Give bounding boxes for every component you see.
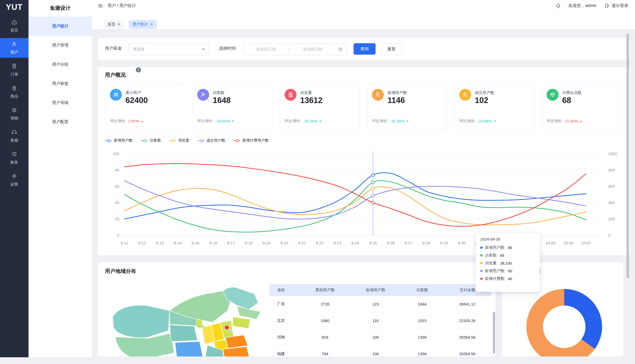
submenu-item-1[interactable]: 用户管理	[29, 36, 92, 55]
tab-0[interactable]: 首页×	[104, 20, 124, 29]
svg-text:40: 40	[115, 200, 119, 205]
line-chart-canvas[interactable]: 002020040400606008080010010009-119-129-1…	[109, 144, 630, 248]
series-dot-icon	[480, 262, 483, 264]
cell-2: 110	[350, 318, 401, 323]
growth-value: -29.65%	[215, 119, 230, 123]
overview-title: 用户概况	[105, 71, 126, 78]
growth-label: 环比增长:	[285, 119, 301, 123]
down-arrow-icon: ▼	[319, 120, 322, 123]
growth-value: 1.87%	[128, 119, 139, 123]
sidebar-item-label: 商品	[10, 94, 18, 99]
legend-label: 访客数	[150, 138, 161, 143]
submenu-item-2[interactable]: 用户分组	[29, 55, 92, 74]
region-title: 用户地域分布	[105, 268, 136, 275]
sidebar-item-4[interactable]: 营销	[0, 104, 29, 124]
logout-icon	[604, 3, 610, 9]
cell-0: 北京	[269, 318, 300, 323]
submenu-item-3[interactable]: 用户标签	[29, 74, 92, 93]
tooltip-value: 40	[508, 276, 512, 281]
channel-select[interactable]: 请选择	[129, 43, 209, 55]
page-scrollbar[interactable]	[626, 34, 629, 278]
visitor-icon	[197, 89, 209, 101]
channel-select-value: 请选择	[133, 47, 145, 52]
legend-marker-icon	[141, 139, 148, 142]
legend-item-3[interactable]: 成交用户数	[198, 138, 225, 143]
stat-card-title: 成交用户数	[475, 90, 494, 95]
cell-3: 1523	[401, 318, 443, 323]
down-arrow-icon: ▼	[406, 120, 409, 123]
sidebar-item-7[interactable]: 设置	[0, 170, 29, 190]
tooltip-label: 新增付费数:	[485, 276, 505, 281]
stat-card-growth: 环比增长:-29.65%▼	[197, 119, 234, 123]
sidebar-item-2[interactable]: 订单	[0, 60, 29, 80]
help-icon[interactable]: ?	[136, 67, 141, 72]
svg-text:9-30: 9-30	[458, 241, 465, 245]
china-map[interactable]	[109, 286, 272, 356]
growth-value: -29.65%	[303, 119, 317, 123]
settings-icon	[11, 173, 17, 180]
tab-1[interactable]: 用户统计×	[129, 20, 157, 29]
sidebar-item-5[interactable]: 客服	[0, 126, 29, 146]
channel-label: 用户渠道:	[105, 46, 123, 51]
up-arrow-icon: ▲	[141, 120, 144, 123]
tooltip-value: 50	[508, 269, 512, 273]
cell-1: 1060	[300, 318, 350, 323]
tooltip-row-4: 新增付费数:40	[480, 275, 535, 282]
secondary-nav: 用户统计用户管理用户分组用户标签用户等级用户配置	[29, 17, 92, 132]
tooltip-date: 2024-09-26	[480, 237, 535, 241]
user-icon	[11, 41, 17, 48]
query-button[interactable]: 查询	[354, 43, 376, 55]
svg-text:80: 80	[115, 168, 119, 172]
svg-text:1000: 1000	[608, 151, 617, 156]
legend-item-2[interactable]: 浏览量	[169, 138, 189, 143]
tooltip-label: 新增用户数:	[485, 245, 505, 250]
up-arrow-icon: ▲	[580, 120, 582, 123]
table-scrollbar[interactable]	[493, 312, 495, 353]
date-range-picker[interactable]: 请选择日期 ~ 请选择日期	[243, 43, 347, 55]
svg-text:9-23: 9-23	[334, 241, 341, 245]
chart-tooltip: 2024-09-26 新增用户数:88访客数:84浏览量:38,100新增用户数…	[476, 233, 540, 292]
sidebar-item-1[interactable]: 用户	[0, 38, 29, 58]
logout-button[interactable]: 退出登录	[604, 3, 628, 9]
header-cell-0: 省份	[269, 288, 300, 293]
svg-text:9-20: 9-20	[280, 241, 288, 245]
calendar-icon	[338, 47, 343, 52]
svg-text:10-07: 10-07	[581, 241, 591, 245]
bell-icon[interactable]	[555, 3, 561, 9]
legend-item-0[interactable]: 新增用户数	[105, 138, 133, 143]
cell-3: 1356	[401, 335, 443, 339]
legend-item-4[interactable]: 新增付费用户数	[234, 138, 269, 143]
down-arrow-icon: ▼	[493, 120, 496, 123]
tooltip-row-0: 新增用户数:88	[480, 244, 535, 251]
svg-text:9-15: 9-15	[192, 241, 199, 245]
submenu-item-5[interactable]: 用户配置	[29, 112, 92, 132]
region-panel: 用户地域分布	[98, 262, 496, 356]
submenu-item-0[interactable]: 用户统计	[29, 17, 92, 36]
svg-text:9-12: 9-12	[138, 241, 146, 245]
date-start-input[interactable]: 请选择日期	[246, 47, 285, 52]
date-end-input[interactable]: 请选择日期	[293, 47, 332, 52]
tooltip-row-1: 访客数:84	[480, 251, 535, 259]
top-header: 用户 / 用户统计 欢迎您，admin 退出登录	[92, 0, 635, 12]
tab-close-icon[interactable]: ×	[150, 22, 153, 26]
cell-3: 1644	[401, 302, 443, 306]
order-icon	[11, 63, 17, 70]
tooltip-row-2: 浏览量:38,100	[480, 259, 535, 267]
tooltip-label: 浏览量:	[485, 261, 498, 266]
sidebar-item-6[interactable]: 账务	[0, 148, 29, 168]
stat-card-0: 累计用户62400环比增长:1.87%▲	[105, 85, 185, 130]
submenu-item-4[interactable]: 用户等级	[29, 93, 92, 112]
welcome-text: 欢迎您，admin	[568, 3, 596, 9]
series-dot-icon	[480, 270, 483, 272]
reset-button[interactable]: 重置	[381, 43, 402, 55]
sidebar-item-3[interactable]: 商品	[0, 82, 29, 102]
sidebar-item-label: 账务	[10, 160, 18, 165]
tab-close-icon[interactable]: ×	[118, 22, 120, 26]
menu-collapse-icon[interactable]	[98, 3, 103, 9]
cell-4: 20354.56	[443, 352, 492, 356]
growth-value: -32.90%	[390, 119, 405, 123]
gender-donut-chart[interactable]	[526, 289, 602, 356]
legend-item-1[interactable]: 访客数	[141, 138, 161, 143]
tooltip-row-3: 新增用户数:50	[480, 267, 535, 275]
sidebar-item-0[interactable]: 首页	[0, 16, 29, 36]
